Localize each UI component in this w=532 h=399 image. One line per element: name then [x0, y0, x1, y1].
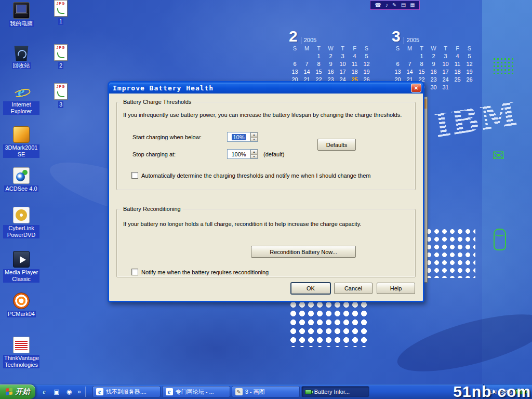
desktop-file-2[interactable]: JPG 2	[48, 44, 74, 69]
start-threshold-input[interactable]: 10%	[227, 132, 258, 142]
audio-icon[interactable]: ♪	[385, 3, 388, 8]
ie-page-icon: e	[96, 388, 103, 395]
task-label: 3 - 画图	[245, 388, 265, 396]
close-button[interactable]: ✕	[411, 84, 421, 92]
desktop-icon-acdsee[interactable]: ACDSee 4.0	[3, 167, 39, 192]
taskbar: 开始 e ▣ ◉ » e 找不到服务器.... e 专门网论坛 - ... ✎ …	[0, 384, 532, 399]
icon-label: Media Player Classic	[3, 269, 39, 283]
desktop-icon-thinkvantage[interactable]: ThinkVantage Technologies	[3, 337, 39, 368]
ok-button[interactable]: OK	[291, 283, 330, 294]
desktop-icon-powerdvd[interactable]: CyberLink PowerDVD	[3, 207, 39, 238]
keyboard-icon[interactable]: ▦	[410, 3, 415, 8]
jpg-file-icon: JPG	[54, 83, 68, 100]
jpg-thumbnail	[57, 8, 64, 14]
task-buttons: e 找不到服务器.... e 专门网论坛 - ... ✎ 3 - 画图 Batt…	[90, 386, 369, 397]
task-server-not-found[interactable]: e 找不到服务器....	[92, 386, 161, 397]
my-computer-icon	[13, 2, 30, 19]
task-label: Battery Infor...	[314, 389, 350, 395]
icon-label: ACDSee 4.0	[4, 185, 38, 192]
spin-up-icon[interactable]	[250, 150, 258, 154]
dot-grid-decoration	[425, 228, 475, 278]
wallpaper-leaf	[392, 303, 532, 383]
dialog-titlebar[interactable]: Improve Battery Health ✕	[109, 83, 423, 94]
calendar-month-number: 2	[289, 29, 298, 44]
desktop: { "desktop": { "icons": [ {"label": "我的电…	[0, 0, 532, 399]
dot-grid-decoration	[289, 300, 369, 347]
ie-quicklaunch-icon[interactable]: e	[40, 388, 48, 396]
icon-label: 3DMark2001 SE	[3, 144, 39, 158]
notify-reconditioning-label: Notify me when the battery requires reco…	[141, 269, 269, 275]
stop-threshold-spinner[interactable]	[250, 150, 258, 158]
start-button[interactable]: 开始	[0, 384, 35, 399]
auto-determine-checkbox-row[interactable]: Automatically determine the charging thr…	[131, 172, 370, 179]
stop-threshold-value[interactable]: 100%	[231, 151, 246, 157]
media-player-icon[interactable]: ◉	[65, 388, 73, 396]
spin-down-icon[interactable]	[250, 137, 258, 142]
windows-flag-icon	[6, 388, 14, 396]
desktop-icon-internet-explorer[interactable]: e Internet Explorer	[3, 83, 39, 115]
start-label: 开始	[16, 387, 30, 396]
default-note: (default)	[263, 151, 284, 157]
battery-reconditioning-group: Battery Reconditioning If your battery n…	[116, 209, 416, 277]
notify-reconditioning-checkbox-row[interactable]: Notify me when the battery requires reco…	[131, 269, 269, 275]
floating-utility-toolbar[interactable]: ☎ ♪ ✎ ▤ ▦	[370, 1, 420, 10]
language-indicator[interactable]: EN	[489, 389, 497, 395]
wallpaper-right-band	[482, 0, 532, 399]
group-legend: Battery Reconditioning	[121, 206, 183, 212]
phone-icon[interactable]: ☎	[375, 3, 381, 8]
jpg-file-icon: JPG	[54, 44, 68, 61]
icon-label: 3	[58, 101, 63, 108]
battery-tray-icon[interactable]	[515, 389, 526, 394]
task-label: 专门网论坛 - ...	[176, 388, 214, 396]
icon-label: 回收站	[12, 62, 31, 69]
dialog-title: Improve Battery Health	[113, 84, 411, 92]
start-threshold-spinner[interactable]	[250, 132, 258, 141]
battery-percentage: 58%	[500, 389, 512, 395]
auto-determine-checkbox[interactable]	[131, 172, 138, 179]
jpg-thumbnail	[57, 91, 64, 97]
recycle-bin-icon	[13, 44, 30, 61]
jpg-thumbnail	[57, 52, 64, 58]
show-desktop-icon[interactable]: ▣	[52, 388, 61, 396]
icon-label: 1	[58, 18, 63, 25]
task-paint[interactable]: ✎ 3 - 画图	[232, 386, 300, 397]
desktop-icon-media-player-classic[interactable]: Media Player Classic	[3, 251, 39, 283]
reconditioning-description: If your battery no longer holds a full c…	[123, 221, 361, 227]
start-threshold-value[interactable]: 10%	[232, 134, 245, 140]
thresholds-description: If you infrequently use battery power, y…	[123, 112, 402, 118]
spin-up-icon[interactable]	[250, 132, 258, 137]
desktop-icon-pcmark04[interactable]: PCMark04	[3, 292, 39, 317]
quick-launch-overflow-chevron[interactable]: »	[77, 388, 81, 395]
paint-icon: ✎	[235, 388, 243, 395]
desktop-icon-3dmark2001[interactable]: 3DMark2001 SE	[3, 126, 39, 158]
stop-threshold-input[interactable]: 100%	[227, 149, 258, 159]
recondition-battery-button[interactable]: Recondition Battery Now...	[251, 246, 356, 258]
task-battery-information[interactable]: Battery Infor...	[301, 386, 369, 397]
ie-letter: e	[18, 84, 24, 99]
display-icon[interactable]: ▤	[401, 3, 406, 8]
desktop-icon-recycle-bin[interactable]: 回收站	[3, 44, 39, 69]
envelope-icon: ✉	[493, 149, 504, 163]
dialog-body: Battery Charge Thresholds If you infrequ…	[109, 94, 423, 301]
task-label: 找不到服务器....	[106, 388, 147, 396]
ibm-logo: IBM	[432, 94, 521, 145]
cancel-button[interactable]: Cancel	[334, 283, 373, 294]
desktop-file-3[interactable]: JPG 3	[48, 83, 74, 108]
desktop-file-1[interactable]: JPG 1	[48, 0, 74, 25]
task-forum[interactable]: e 专门网论坛 - ...	[162, 386, 230, 397]
notify-reconditioning-checkbox[interactable]	[131, 269, 138, 275]
calendar-month-number: 3	[392, 29, 401, 44]
group-legend: Battery Charge Thresholds	[121, 99, 193, 105]
calendar-year: 2005	[301, 37, 316, 44]
internet-explorer-icon: e	[13, 83, 30, 100]
ie-page-icon: e	[166, 388, 173, 395]
pen-icon[interactable]: ✎	[392, 3, 396, 8]
spin-down-icon[interactable]	[250, 154, 258, 159]
powerdvd-icon	[13, 207, 30, 223]
help-button[interactable]: Help	[377, 283, 415, 294]
defaults-button[interactable]: Defaults	[317, 139, 356, 151]
pcmark-icon	[13, 292, 30, 309]
jpg-badge: JPG	[56, 85, 65, 88]
calendar-year: 2005	[404, 37, 419, 44]
desktop-icon-my-computer[interactable]: 我的电脑	[3, 2, 39, 27]
